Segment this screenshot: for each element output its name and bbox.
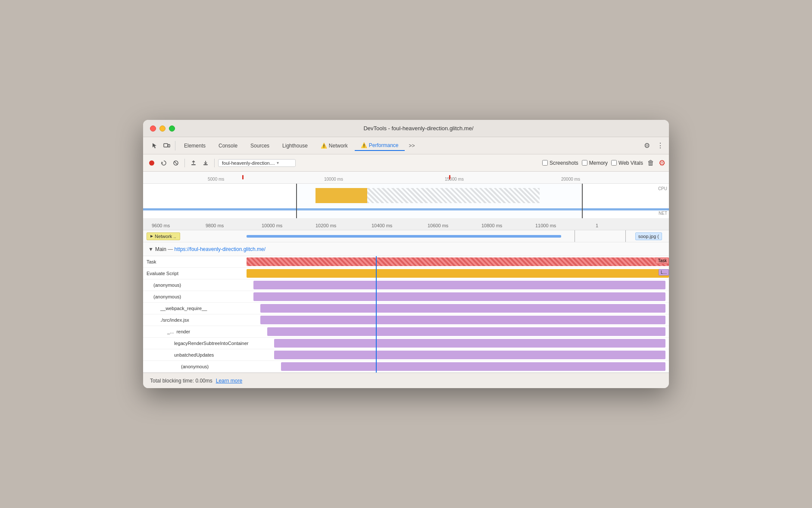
close-button[interactable] [150,125,156,132]
detail-mark-10400: 10400 ms [372,223,392,228]
overview-mark-5000: 5000 ms [208,177,224,182]
overview-right-boundary [582,184,583,218]
tab-settings: ⚙ ⋮ [642,141,665,151]
screenshots-checkbox[interactable] [542,160,548,166]
svg-rect-6 [203,164,208,165]
detail-mark-9600: 9600 ms [152,223,170,228]
anon-2-bar-col [247,291,669,302]
svg-point-2 [149,160,154,166]
flame-row-anon-3: (anonymous) [143,361,669,373]
overview-mark-20000: 20000 ms [561,177,580,182]
performance-warning-icon: ⚠️ [361,142,367,148]
detail-mark-10200: 10200 ms [315,223,336,228]
anon-1-bar [253,281,665,289]
webpack-label: __webpack_require__ [143,303,247,314]
delete-recording-button[interactable]: 🗑 [646,158,655,168]
overview-red-mark-2 [449,175,450,179]
web-vitals-checkbox-container[interactable]: Web Vitals [611,160,643,166]
maximize-button[interactable] [169,125,175,132]
anon-1-label: (anonymous) [143,279,247,291]
minimize-button[interactable] [159,125,166,132]
detail-ruler: 9600 ms 9800 ms 10000 ms 10200 ms 10400 … [143,218,669,230]
reload-button[interactable] [159,158,169,168]
download-button[interactable] [200,158,211,168]
legacy-bar-col [247,338,669,349]
tab-console[interactable]: Console [212,141,244,151]
upload-button[interactable] [188,158,199,168]
flame-row-anon-2: (anonymous) [143,291,669,303]
total-blocking-time-label: Total blocking time: 0.00ms [150,378,212,384]
unbatched-bar [274,351,665,359]
src-bar [260,316,665,324]
memory-checkbox-container[interactable]: Memory [582,160,608,166]
tab-network[interactable]: ⚠️ Network [315,141,354,151]
overview-red-mark-1 [242,175,244,179]
network-track-label[interactable]: ▶ Network .. [147,232,180,240]
flame-row-evaluate: Evaluate Script L... [143,268,669,279]
capture-settings-button[interactable]: ⚙ [659,158,665,168]
url-text: foul-heavenly-direction.... [222,160,275,166]
detail-mark-10000: 10000 ms [262,223,282,228]
boundary-line-left [575,230,575,242]
tab-sources[interactable]: Sources [244,141,275,151]
detail-mark-9800: 9800 ms [206,223,224,228]
render-bar-col [247,326,669,337]
expand-triangle-icon: ▶ [150,234,153,238]
tab-bar: Elements Console Sources Lighthouse ⚠️ N… [143,137,669,154]
flame-row-webpack: __webpack_require__ [143,303,669,314]
more-options-icon[interactable]: ⋮ [655,141,665,151]
settings-gear-icon[interactable]: ⚙ [642,141,652,151]
legacy-label: legacyRenderSubtreeIntoContainer [143,338,247,349]
url-selector[interactable]: foul-heavenly-direction.... ▾ [218,159,296,167]
main-thread-label: Main [155,246,168,252]
screenshots-checkbox-container[interactable]: Screenshots [542,160,578,166]
toolbar-separator-2 [214,159,215,167]
traffic-lights [150,125,175,132]
clear-button[interactable] [171,158,181,168]
anon-2-bar [253,292,665,301]
tab-more[interactable]: >> [406,141,418,151]
record-button[interactable] [147,158,157,168]
unbatched-label: unbatchedUpdates [143,349,247,361]
task-bar-col: Task [247,256,669,267]
overview-mark-15000: 15000 ms [445,177,464,182]
net-label: NET [659,211,667,216]
flame-row-legacy: legacyRenderSubtreeIntoContainer [143,338,669,349]
screenshots-label: Screenshots [550,160,578,166]
device-toggle-icon[interactable] [162,141,172,151]
render-label: _... render [143,326,247,337]
detail-mark-10600: 10600 ms [428,223,448,228]
bottom-status-bar: Total blocking time: 0.00ms Learn more [143,373,669,388]
src-bar-col [247,314,669,326]
memory-checkbox[interactable] [582,160,587,166]
svg-rect-5 [191,164,196,165]
cursor-icon[interactable] [150,141,159,151]
web-vitals-label: Web Vitals [618,160,643,166]
timeline-overview[interactable]: CPU NET [143,184,669,218]
task-label: Task [143,256,247,267]
tab-lighthouse[interactable]: Lighthouse [276,141,314,151]
unbatched-bar-col [247,349,669,361]
evaluate-bar [247,269,669,278]
tab-elements[interactable]: Elements [178,141,212,151]
flamechart-container: ▼ Main — https://foul-heavenly-direction… [143,242,669,373]
learn-more-link[interactable]: Learn more [216,378,242,384]
anon-3-bar [281,362,665,371]
webpack-bar [260,304,665,313]
evaluate-label: Evaluate Script [143,268,247,279]
overview-selection [296,184,583,218]
overview-mark-10000: 10000 ms [324,177,343,182]
cpu-label: CPU [658,186,667,191]
detail-mark-10800: 10800 ms [481,223,502,228]
network-warning-icon: ⚠️ [321,143,327,149]
main-thread-header: ▼ Main — https://foul-heavenly-direction… [143,242,669,256]
tab-performance[interactable]: ⚠️ Performance [355,141,405,151]
legacy-bar [274,339,665,348]
collapse-arrow-icon[interactable]: ▼ [148,246,153,252]
boundary-line-right [625,230,626,242]
flamechart-rows-container: Task Task Evaluate Script [143,256,669,373]
main-thread-separator: — [168,246,174,252]
web-vitals-checkbox[interactable] [611,160,617,166]
svg-line-4 [174,161,178,165]
webpack-bar-col [247,303,669,314]
